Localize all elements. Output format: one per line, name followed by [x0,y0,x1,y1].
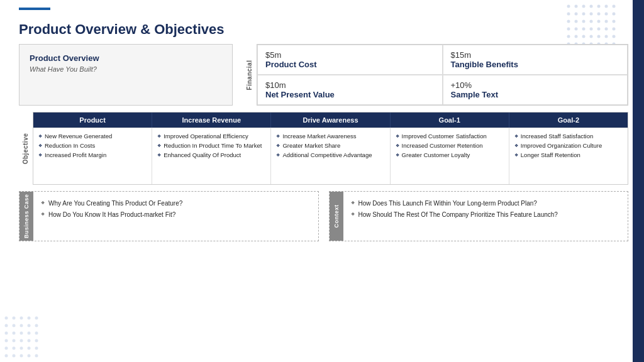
context-label: Context [333,205,340,228]
obj-list-goal2: Increased Staff Satisfaction Improved Or… [514,132,623,160]
obj-body-row: New Revenue Generated Reduction In Costs… [33,128,628,184]
svg-point-67 [5,354,8,358]
svg-point-1 [575,5,578,8]
page-title: Product Overview & Objectives [19,21,628,38]
obj-body-product: New Revenue Generated Reduction In Costs… [33,128,152,184]
accent-bar [19,8,50,10]
financial-amount-1: $15m [451,50,620,60]
svg-point-43 [13,317,16,320]
obj-list-goal1: Improved Customer Satisfaction Increased… [396,132,504,160]
product-overview-title: Product Overview [30,53,222,63]
list-item: Improved Organization Culture [514,141,623,151]
financial-amount-0: $5m [265,50,435,60]
obj-header-goal2: Goal-2 [509,112,628,128]
svg-point-6 [613,5,616,8]
business-case-label-col: Business Case [19,192,33,241]
obj-body-revenue: Improved Operational Efficiency Reductio… [152,128,271,184]
list-item: Increased Staff Satisfaction [514,132,623,141]
financial-label-2: Net Present Value [265,90,435,99]
obj-list-product: New Revenue Generated Reduction In Costs… [38,132,147,160]
bottom-section: Business Case Why Are You Creating This … [19,191,628,241]
list-item: Greater Customer Loyalty [396,151,504,160]
svg-point-0 [567,5,570,8]
list-item: Reduction In Costs [38,141,147,151]
list-item: How Should The Rest Of The Company Prior… [351,209,621,221]
svg-point-63 [13,347,16,350]
navy-strip [633,0,644,362]
svg-point-52 [5,332,8,335]
financial-label-3: Sample Text [451,90,620,99]
svg-point-42 [5,317,8,320]
business-case-content: Why Are You Creating This Product Or Fea… [33,192,318,241]
financial-section: Financial $5m Product Cost $15m Tangible… [243,44,628,106]
list-item: New Revenue Generated [38,132,147,141]
business-case-label: Business Case [23,194,30,239]
obj-list-revenue: Improved Operational Efficiency Reductio… [157,132,265,160]
obj-body-awareness: Increase Market Awareness Greater Market… [271,128,390,184]
list-item: Reduction In Product Time To Market [157,141,265,151]
context-label-col: Context [330,192,343,241]
financial-label-col: Financial [243,44,257,106]
svg-point-47 [5,324,8,327]
objective-section: Objective Product Increase Revenue Drive… [19,112,628,185]
list-item: Improved Customer Satisfaction [396,132,504,141]
objective-label: Objective [23,133,30,164]
svg-point-5 [605,5,608,8]
list-item: Increased Profit Margin [38,151,147,160]
obj-body-goal1: Improved Customer Satisfaction Increased… [391,128,509,184]
financial-cell-0: $5m Product Cost [257,45,443,75]
objectives-table: Product Increase Revenue Drive Awareness… [33,112,628,185]
financial-cell-1: $15m Tangible Benefits [443,45,628,75]
svg-point-68 [13,354,16,358]
financial-grid: $5m Product Cost $15m Tangible Benefits … [257,44,628,106]
svg-point-53 [13,332,16,335]
business-case-box: Business Case Why Are You Creating This … [19,191,319,241]
list-item: How Do You Know It Has Product-market Fi… [41,209,311,221]
svg-point-4 [597,5,601,8]
obj-header-row: Product Increase Revenue Drive Awareness… [33,112,628,128]
svg-point-2 [582,5,586,8]
product-overview-subtitle: What Have You Built? [30,65,222,73]
financial-amount-3: +10% [451,80,620,90]
financial-label: Financial [247,60,253,90]
list-item: Greater Market Share [276,141,384,151]
financial-label-1: Tangible Benefits [451,60,620,69]
svg-point-3 [590,5,593,8]
objective-label-col: Objective [19,112,33,185]
svg-point-58 [13,339,16,343]
list-item: Longer Staff Retention [514,151,623,160]
context-list: How Does This Launch Fit Within Your Lon… [351,198,621,221]
list-item: Increase Market Awareness [276,132,384,141]
financial-cell-2: $10m Net Present Value [257,75,443,105]
financial-amount-2: $10m [265,80,435,90]
product-overview-box: Product Overview What Have You Built? [19,44,233,106]
list-item: How Does This Launch Fit Within Your Lon… [351,198,621,209]
financial-label-0: Product Cost [265,60,435,69]
obj-list-awareness: Increase Market Awareness Greater Market… [276,132,384,160]
obj-header-revenue: Increase Revenue [152,112,271,128]
obj-header-product: Product [33,112,152,128]
financial-cell-3: +10% Sample Text [443,75,628,105]
list-item: Why Are You Creating This Product Or Fea… [41,198,311,209]
context-box: Context How Does This Launch Fit Within … [329,191,629,241]
obj-header-awareness: Drive Awareness [271,112,390,128]
top-section: Product Overview What Have You Built? Fi… [19,44,628,106]
list-item: Increased Customer Retention [396,141,504,151]
list-item: Additional Competitive Advantage [276,151,384,160]
context-content: How Does This Launch Fit Within Your Lon… [343,192,628,241]
svg-point-62 [5,347,8,350]
svg-point-57 [5,339,8,343]
list-item: Enhanced Quality Of Product [157,151,265,160]
obj-header-goal1: Goal-1 [391,112,509,128]
business-case-list: Why Are You Creating This Product Or Fea… [41,198,311,221]
main-content: Product Overview & Objectives Product Ov… [19,13,628,356]
svg-point-48 [13,324,16,327]
list-item: Improved Operational Efficiency [157,132,265,141]
obj-body-goal2: Increased Staff Satisfaction Improved Or… [509,128,628,184]
